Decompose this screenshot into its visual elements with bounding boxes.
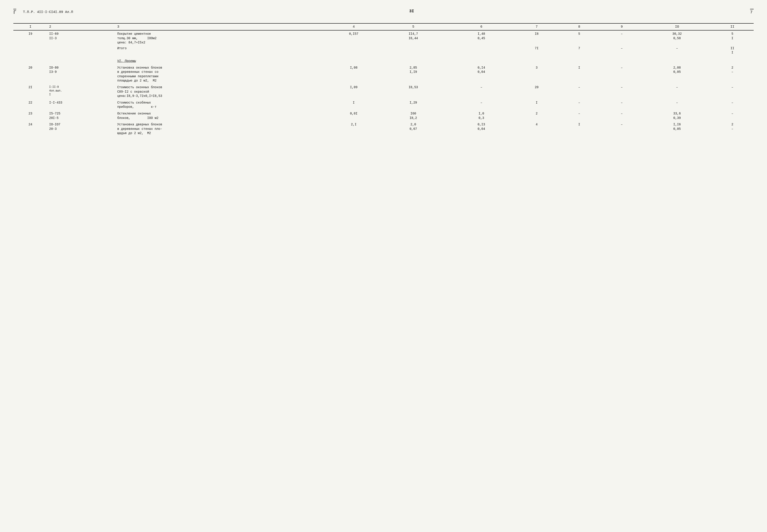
document-title: Т.П.Р. 4II-I-CI4I.89 Ал.П <box>23 10 73 14</box>
row-description: Итого <box>115 46 328 57</box>
col-header-11: II <box>711 23 754 30</box>
row-col8: 7 <box>558 46 600 57</box>
row-col8: – <box>558 99 600 110</box>
row-col10: – <box>643 46 711 57</box>
row-col6: I,480,45 <box>447 30 516 46</box>
table-row: 22 I-I-433 Стоимость скобяных приборов, … <box>13 99 754 110</box>
row-col5 <box>379 57 447 64</box>
row-col9: – <box>600 110 643 121</box>
row-col7: I8 <box>515 30 558 46</box>
row-col11: III <box>711 46 754 57</box>
row-code: II-69II-3 <box>47 30 116 46</box>
row-col5: 2,00,67 <box>379 121 447 137</box>
col-header-10: IO <box>643 23 711 30</box>
section-header-row: VI. Проемы <box>13 57 754 64</box>
row-code: I5-72520I-5 <box>47 110 116 121</box>
table-header-row: I 2 3 4 5 6 7 8 9 IO II <box>13 23 754 30</box>
row-col7: 20 <box>515 84 558 99</box>
row-col10: 30,320,58 <box>643 30 711 46</box>
row-col7 <box>515 57 558 64</box>
row-col5: 2,85I,I9 <box>379 64 447 84</box>
row-col4 <box>328 57 379 64</box>
row-col4: 0,0I <box>328 110 379 121</box>
row-col5: I60I8,2 <box>379 110 447 121</box>
row-col11: – <box>711 99 754 110</box>
row-col7: 4 <box>515 121 558 137</box>
row-col6: 0,I40,04 <box>447 64 516 84</box>
row-code: IO-80I3-9 <box>47 64 116 84</box>
row-col5: II4,7I6,44 <box>379 30 447 46</box>
table-row: 20 IO-80I3-9 Установка оконных блоков в … <box>13 64 754 84</box>
col-header-3: 3 <box>115 23 328 30</box>
row-number <box>13 46 47 57</box>
row-description: Покрытие цементное толщ.30 мм, IOOм2 цен… <box>115 30 328 46</box>
row-col8 <box>558 57 600 64</box>
row-col11: 2– <box>711 64 754 84</box>
row-col6 <box>447 57 516 64</box>
col-header-5: 5 <box>379 23 447 30</box>
row-col10: 2,080,05 <box>643 64 711 84</box>
row-col11: 2– <box>711 121 754 137</box>
main-table: I 2 3 4 5 6 7 8 9 IO II I9 II-69II-3 Пок… <box>13 23 754 154</box>
col-header-7: 7 <box>515 23 558 30</box>
section-title: VI. Проемы <box>115 57 328 64</box>
table-row: 24 IO-IO720-3 Установка дверных блоков в… <box>13 121 754 137</box>
row-col7: 2 <box>515 110 558 121</box>
corner-number: 7 <box>750 9 754 14</box>
row-code: I-II-94оп.вып.I <box>47 84 116 99</box>
row-code <box>47 46 116 57</box>
row-description: Стоимость оконных блоков С89-I2 с окраск… <box>115 84 328 99</box>
table-row: 23 I5-72520I-5 Остекление оконных блоков… <box>13 110 754 121</box>
row-description: Остекление оконных блоков, IOO м2 <box>115 110 328 121</box>
row-number: 24 <box>13 121 47 137</box>
row-col6: 0,I30,04 <box>447 121 516 137</box>
row-col6: – <box>447 84 516 99</box>
row-col5 <box>379 46 447 57</box>
row-col8: I <box>558 64 600 84</box>
row-col6: – <box>447 99 516 110</box>
row-col11: – <box>711 110 754 121</box>
page-number: 3I <box>409 9 414 13</box>
table-row: 2I I-II-94оп.вып.I Стоимость оконных бло… <box>13 84 754 99</box>
row-number: 2I <box>13 84 47 99</box>
row-col10: – <box>643 99 711 110</box>
row-col7: 7I <box>515 46 558 57</box>
col-header-8: 8 <box>558 23 600 30</box>
spacer-row <box>13 137 754 154</box>
col-header-9: 9 <box>600 23 643 30</box>
main-table-container: I 2 3 4 5 6 7 8 9 IO II I9 II-69II-3 Пок… <box>13 23 754 154</box>
row-col6: I,00,3 <box>447 110 516 121</box>
row-col10: 33,60,39 <box>643 110 711 121</box>
row-col8: – <box>558 110 600 121</box>
row-col4: 2,I <box>328 121 379 137</box>
bracket-symbol: Г <box>13 9 16 15</box>
row-code: IO-IO720-3 <box>47 121 116 137</box>
row-col11: – <box>711 84 754 99</box>
table-row-itogo: Итого 7I 7 – – III <box>13 46 754 57</box>
col-header-1: I <box>13 23 47 30</box>
page-header: Г Т.П.Р. 4II-I-CI4I.89 Ал.П 3I 7 <box>13 9 754 16</box>
row-col5: I,29 <box>379 99 447 110</box>
row-col7: 3 <box>515 64 558 84</box>
row-description: Стоимость скобяных приборов, к-т <box>115 99 328 110</box>
row-description: Установка дверных блоков в деревянных ст… <box>115 121 328 137</box>
row-col9: – <box>600 64 643 84</box>
row-col5: I8,53 <box>379 84 447 99</box>
row-col8: – <box>558 84 600 99</box>
row-col4: I,08 <box>328 64 379 84</box>
row-code: I-I-433 <box>47 99 116 110</box>
col-header-4: 4 <box>328 23 379 30</box>
row-col10 <box>643 57 711 64</box>
row-col9 <box>600 57 643 64</box>
row-code <box>47 57 116 64</box>
row-col11 <box>711 57 754 64</box>
row-col8: I <box>558 121 600 137</box>
row-col9: – <box>600 84 643 99</box>
col-header-2: 2 <box>47 23 116 30</box>
row-col4: I,09 <box>328 84 379 99</box>
row-col9: – <box>600 99 643 110</box>
row-col9: – <box>600 46 643 57</box>
row-col9: – <box>600 30 643 46</box>
row-col4: 0,I57 <box>328 30 379 46</box>
header-left: Г Т.П.Р. 4II-I-CI4I.89 Ал.П <box>13 9 73 15</box>
